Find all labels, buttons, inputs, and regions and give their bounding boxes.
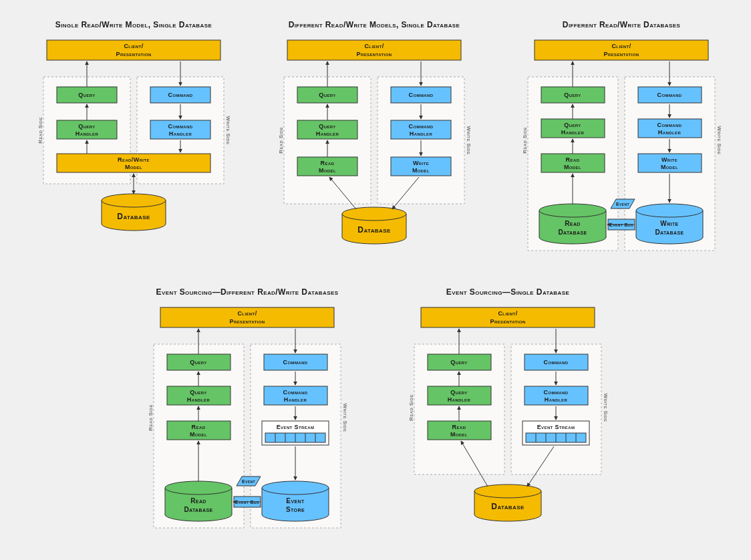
svg-text:Command: Command <box>544 359 569 366</box>
svg-text:Write: Write <box>413 160 429 166</box>
event-store-cylinder: Event Store <box>262 481 329 521</box>
svg-text:Query: Query <box>564 92 581 98</box>
svg-point-159 <box>474 484 541 498</box>
svg-text:Write Side: Write Side <box>603 394 609 422</box>
svg-text:Query: Query <box>78 92 95 98</box>
svg-text:Read Side: Read Side <box>408 394 414 421</box>
svg-text:Command: Command <box>409 123 434 130</box>
svg-text:Write Side: Write Side <box>466 126 472 155</box>
svg-text:Event Stream: Event Stream <box>277 424 315 430</box>
diagram-2-svg: Client/ Presentation Read Side Write Sid… <box>267 33 481 267</box>
svg-text:Model: Model <box>412 167 430 174</box>
svg-text:Command: Command <box>168 92 193 98</box>
diagram-3-svg: Client/ Presentation Read Side Write Sid… <box>508 33 735 281</box>
svg-text:Presentation: Presentation <box>357 51 392 57</box>
svg-text:Command: Command <box>657 92 682 98</box>
svg-text:Write Side: Write Side <box>342 404 348 432</box>
diagram-1-svg: Client/ Presentation Read Side Write Sid… <box>27 33 241 254</box>
svg-text:Database: Database <box>655 229 684 236</box>
svg-point-115 <box>165 481 232 495</box>
svg-text:Handler: Handler <box>658 129 682 136</box>
svg-text:Database: Database <box>184 506 212 513</box>
svg-text:Model: Model <box>190 431 207 438</box>
diagram-1-title: Single Read/Write Model, Single Database <box>27 20 241 29</box>
svg-text:Command: Command <box>544 389 569 396</box>
write-database-cylinder: Write Database <box>636 204 703 244</box>
svg-text:Write: Write <box>661 156 678 163</box>
diagram-5-svg: Client/ Presentation Read Side Write Sid… <box>394 301 621 548</box>
svg-text:Handler: Handler <box>561 129 585 136</box>
svg-text:Read: Read <box>452 424 466 430</box>
diagram-3-title: Different Read/Write Databases <box>508 20 735 29</box>
svg-text:Command: Command <box>409 92 434 98</box>
svg-text:Model: Model <box>450 431 468 438</box>
svg-text:Database: Database <box>357 225 391 235</box>
svg-text:Query: Query <box>78 123 95 130</box>
diagram-3: Different Read/Write Databases Client/ P… <box>508 20 735 281</box>
svg-point-71 <box>539 204 606 217</box>
svg-text:Store: Store <box>286 506 305 513</box>
svg-text:Query: Query <box>190 359 206 366</box>
svg-text:Read/Write: Read/Write <box>118 156 150 163</box>
diagram-5-title: Event Sourcing—Single Database <box>394 287 621 297</box>
read-database-cylinder: Read Database <box>165 481 232 521</box>
svg-text:Client/: Client/ <box>124 43 143 49</box>
svg-text:Handler: Handler <box>545 396 568 403</box>
diagram-2-title: Different Read/Write Models, Single Data… <box>267 20 481 29</box>
svg-text:Event: Event <box>242 479 255 484</box>
database-cylinder: Database <box>102 194 166 231</box>
svg-text:Presentation: Presentation <box>490 318 526 325</box>
svg-text:Read Side: Read Side <box>522 127 528 154</box>
svg-text:Presentation: Presentation <box>230 318 265 325</box>
svg-text:Event: Event <box>286 497 305 505</box>
svg-text:Database: Database <box>491 502 524 511</box>
diagram-2: Different Read/Write Models, Single Data… <box>267 20 481 267</box>
svg-text:Client/: Client/ <box>498 310 517 317</box>
svg-text:Handler: Handler <box>169 130 192 137</box>
svg-text:Command: Command <box>168 123 193 130</box>
svg-point-122 <box>262 481 329 495</box>
svg-text:Write Side: Write Side <box>716 126 722 155</box>
svg-text:Read: Read <box>321 160 335 166</box>
diagram-1: Single Read/Write Model, Single Database… <box>27 20 241 254</box>
svg-text:Handler: Handler <box>284 396 307 403</box>
svg-text:Handler: Handler <box>448 396 471 403</box>
diagram-canvas: Single Read/Write Model, Single Database… <box>0 0 751 560</box>
svg-text:Command: Command <box>657 122 682 128</box>
svg-text:Model: Model <box>564 164 581 170</box>
svg-text:Query: Query <box>564 122 581 128</box>
svg-text:Write Side: Write Side <box>225 116 231 145</box>
svg-text:Command: Command <box>283 359 308 366</box>
svg-text:Read Side: Read Side <box>148 404 154 431</box>
svg-text:Query: Query <box>450 389 467 396</box>
svg-text:Model: Model <box>319 167 336 174</box>
diagram-4-svg: Client/ Presentation Read Side Write Sid… <box>134 301 361 555</box>
svg-text:Client/: Client/ <box>237 310 257 317</box>
svg-text:Read: Read <box>190 497 206 505</box>
svg-text:Query: Query <box>319 123 335 130</box>
svg-point-16 <box>102 194 166 207</box>
svg-text:Client/: Client/ <box>364 43 384 49</box>
svg-text:Read Side: Read Side <box>37 117 43 144</box>
svg-text:Handler: Handler <box>410 130 433 137</box>
svg-text:Read: Read <box>566 156 580 163</box>
svg-text:Query: Query <box>319 92 335 98</box>
svg-point-78 <box>636 204 703 217</box>
svg-text:Read Side: Read Side <box>278 127 284 154</box>
diagram-5: Event Sourcing—Single Database Client/ P… <box>394 287 621 548</box>
svg-text:Read: Read <box>565 220 581 227</box>
svg-text:Handler: Handler <box>187 396 210 403</box>
svg-text:Presentation: Presentation <box>116 51 152 57</box>
svg-text:Write: Write <box>660 220 678 227</box>
svg-text:Read: Read <box>192 424 206 430</box>
svg-text:Client/: Client/ <box>611 43 631 49</box>
svg-point-43 <box>342 207 406 221</box>
svg-text:Query: Query <box>450 359 467 366</box>
svg-text:Model: Model <box>125 164 142 170</box>
database-cylinder: Database <box>342 207 406 244</box>
svg-text:Presentation: Presentation <box>604 51 639 57</box>
svg-text:Database: Database <box>117 212 150 221</box>
svg-text:Event: Event <box>616 202 629 206</box>
svg-text:Event Stream: Event Stream <box>537 424 575 430</box>
svg-text:Handler: Handler <box>76 130 99 137</box>
